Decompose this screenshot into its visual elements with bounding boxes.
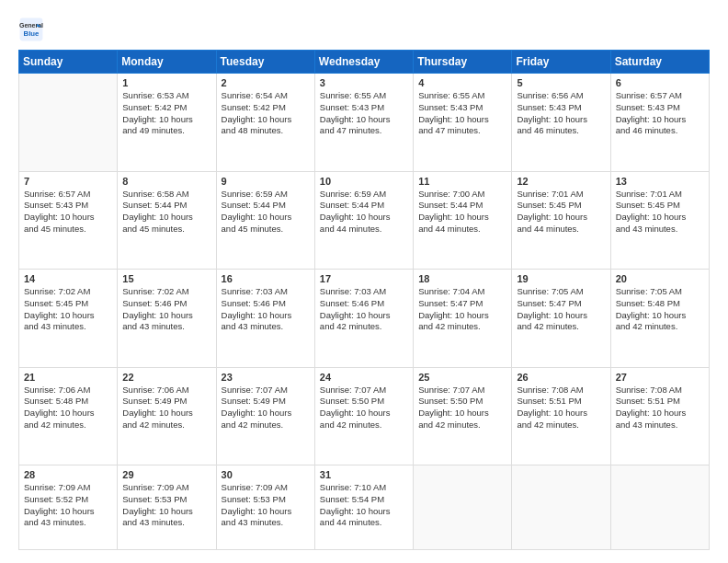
cell-sun-info: Sunrise: 6:59 AM Sunset: 5:44 PM Dayligh… — [222, 189, 310, 236]
day-number: 17 — [320, 273, 408, 284]
calendar-cell: 7Sunrise: 6:57 AM Sunset: 5:43 PM Daylig… — [19, 171, 118, 270]
cell-sun-info: Sunrise: 7:05 AM Sunset: 5:48 PM Dayligh… — [616, 286, 704, 333]
day-number: 21 — [24, 372, 112, 383]
cell-sun-info: Sunrise: 7:03 AM Sunset: 5:46 PM Dayligh… — [222, 286, 310, 333]
calendar-cell: 25Sunrise: 7:07 AM Sunset: 5:50 PM Dayli… — [414, 367, 512, 465]
logo: General Blue — [18, 17, 44, 42]
cell-sun-info: Sunrise: 7:05 AM Sunset: 5:47 PM Dayligh… — [517, 286, 605, 333]
cell-sun-info: Sunrise: 6:55 AM Sunset: 5:43 PM Dayligh… — [320, 90, 408, 137]
cell-sun-info: Sunrise: 7:08 AM Sunset: 5:51 PM Dayligh… — [517, 385, 605, 431]
day-number: 4 — [418, 77, 506, 88]
calendar-cell — [19, 74, 118, 172]
day-number: 23 — [222, 372, 310, 383]
header: General Blue — [18, 17, 710, 42]
cell-sun-info: Sunrise: 7:01 AM Sunset: 5:45 PM Dayligh… — [616, 189, 704, 236]
calendar-cell: 21Sunrise: 7:06 AM Sunset: 5:48 PM Dayli… — [19, 367, 118, 465]
calendar-cell: 19Sunrise: 7:05 AM Sunset: 5:47 PM Dayli… — [512, 270, 610, 368]
cell-sun-info: Sunrise: 7:09 AM Sunset: 5:53 PM Dayligh… — [122, 482, 210, 529]
calendar-table: SundayMondayTuesdayWednesdayThursdayFrid… — [18, 50, 710, 550]
dow-header: Monday — [118, 51, 216, 74]
dow-header: Wednesday — [314, 51, 413, 74]
day-number: 24 — [320, 372, 408, 383]
day-number: 1 — [122, 77, 210, 88]
calendar-cell: 30Sunrise: 7:09 AM Sunset: 5:53 PM Dayli… — [216, 465, 314, 550]
cell-sun-info: Sunrise: 6:53 AM Sunset: 5:42 PM Dayligh… — [122, 90, 210, 137]
calendar-cell: 17Sunrise: 7:03 AM Sunset: 5:46 PM Dayli… — [314, 270, 413, 368]
day-number: 19 — [517, 273, 605, 284]
dow-header: Sunday — [19, 51, 118, 74]
cell-sun-info: Sunrise: 7:09 AM Sunset: 5:52 PM Dayligh… — [24, 482, 112, 529]
day-number: 20 — [616, 273, 704, 284]
cell-sun-info: Sunrise: 7:07 AM Sunset: 5:49 PM Dayligh… — [222, 385, 310, 431]
cell-sun-info: Sunrise: 7:07 AM Sunset: 5:50 PM Dayligh… — [418, 385, 506, 431]
calendar-cell: 16Sunrise: 7:03 AM Sunset: 5:46 PM Dayli… — [216, 270, 314, 368]
page: General Blue SundayMondayTuesdayWednesda… — [0, 0, 728, 563]
cell-sun-info: Sunrise: 6:59 AM Sunset: 5:44 PM Dayligh… — [320, 189, 408, 236]
calendar-cell: 18Sunrise: 7:04 AM Sunset: 5:47 PM Dayli… — [414, 270, 512, 368]
day-number: 16 — [222, 273, 310, 284]
calendar-cell: 13Sunrise: 7:01 AM Sunset: 5:45 PM Dayli… — [610, 171, 709, 270]
day-number: 6 — [616, 77, 704, 88]
calendar-cell: 5Sunrise: 6:56 AM Sunset: 5:43 PM Daylig… — [512, 74, 610, 172]
day-number: 27 — [616, 372, 704, 383]
dow-header: Tuesday — [216, 51, 314, 74]
day-number: 30 — [222, 469, 310, 480]
calendar-cell: 1Sunrise: 6:53 AM Sunset: 5:42 PM Daylig… — [118, 74, 216, 172]
day-number: 25 — [418, 372, 506, 383]
calendar-cell: 4Sunrise: 6:55 AM Sunset: 5:43 PM Daylig… — [414, 74, 512, 172]
calendar-cell: 27Sunrise: 7:08 AM Sunset: 5:51 PM Dayli… — [610, 367, 709, 465]
calendar-cell: 8Sunrise: 6:58 AM Sunset: 5:44 PM Daylig… — [118, 171, 216, 270]
calendar-cell — [512, 465, 610, 550]
day-number: 3 — [320, 77, 408, 88]
calendar-cell: 26Sunrise: 7:08 AM Sunset: 5:51 PM Dayli… — [512, 367, 610, 465]
day-number: 18 — [418, 273, 506, 284]
calendar-cell — [610, 465, 709, 550]
cell-sun-info: Sunrise: 7:02 AM Sunset: 5:46 PM Dayligh… — [122, 286, 210, 333]
day-number: 2 — [222, 77, 310, 88]
cell-sun-info: Sunrise: 7:06 AM Sunset: 5:49 PM Dayligh… — [122, 385, 210, 431]
cell-sun-info: Sunrise: 6:56 AM Sunset: 5:43 PM Dayligh… — [517, 90, 605, 137]
cell-sun-info: Sunrise: 7:06 AM Sunset: 5:48 PM Dayligh… — [24, 385, 112, 431]
calendar-cell: 24Sunrise: 7:07 AM Sunset: 5:50 PM Dayli… — [314, 367, 413, 465]
calendar-cell: 9Sunrise: 6:59 AM Sunset: 5:44 PM Daylig… — [216, 171, 314, 270]
calendar-cell: 3Sunrise: 6:55 AM Sunset: 5:43 PM Daylig… — [314, 74, 413, 172]
calendar-cell: 28Sunrise: 7:09 AM Sunset: 5:52 PM Dayli… — [19, 465, 118, 550]
calendar-cell — [414, 465, 512, 550]
dow-header: Friday — [512, 51, 610, 74]
cell-sun-info: Sunrise: 6:58 AM Sunset: 5:44 PM Dayligh… — [122, 189, 210, 236]
day-number: 11 — [418, 176, 506, 187]
dow-header: Saturday — [610, 51, 709, 74]
calendar-cell: 14Sunrise: 7:02 AM Sunset: 5:45 PM Dayli… — [19, 270, 118, 368]
cell-sun-info: Sunrise: 6:57 AM Sunset: 5:43 PM Dayligh… — [24, 189, 112, 236]
calendar-cell: 29Sunrise: 7:09 AM Sunset: 5:53 PM Dayli… — [118, 465, 216, 550]
cell-sun-info: Sunrise: 7:10 AM Sunset: 5:54 PM Dayligh… — [320, 482, 408, 529]
calendar-cell: 23Sunrise: 7:07 AM Sunset: 5:49 PM Dayli… — [216, 367, 314, 465]
calendar-cell: 20Sunrise: 7:05 AM Sunset: 5:48 PM Dayli… — [610, 270, 709, 368]
calendar-cell: 12Sunrise: 7:01 AM Sunset: 5:45 PM Dayli… — [512, 171, 610, 270]
cell-sun-info: Sunrise: 7:01 AM Sunset: 5:45 PM Dayligh… — [517, 189, 605, 236]
cell-sun-info: Sunrise: 6:57 AM Sunset: 5:43 PM Dayligh… — [616, 90, 704, 137]
day-number: 5 — [517, 77, 605, 88]
day-number: 15 — [122, 273, 210, 284]
day-number: 10 — [320, 176, 408, 187]
calendar-cell: 22Sunrise: 7:06 AM Sunset: 5:49 PM Dayli… — [118, 367, 216, 465]
day-number: 26 — [517, 372, 605, 383]
cell-sun-info: Sunrise: 7:00 AM Sunset: 5:44 PM Dayligh… — [418, 189, 506, 236]
day-number: 31 — [320, 469, 408, 480]
day-number: 12 — [517, 176, 605, 187]
calendar-cell: 6Sunrise: 6:57 AM Sunset: 5:43 PM Daylig… — [610, 74, 709, 172]
day-number: 8 — [122, 176, 210, 187]
day-number: 9 — [222, 176, 310, 187]
cell-sun-info: Sunrise: 7:08 AM Sunset: 5:51 PM Dayligh… — [616, 385, 704, 431]
svg-text:Blue: Blue — [24, 29, 40, 38]
day-number: 28 — [24, 469, 112, 480]
day-number: 22 — [122, 372, 210, 383]
day-number: 13 — [616, 176, 704, 187]
dow-header: Thursday — [414, 51, 512, 74]
day-number: 29 — [122, 469, 210, 480]
day-number: 7 — [24, 176, 112, 187]
calendar-cell: 10Sunrise: 6:59 AM Sunset: 5:44 PM Dayli… — [314, 171, 413, 270]
calendar-cell: 2Sunrise: 6:54 AM Sunset: 5:42 PM Daylig… — [216, 74, 314, 172]
calendar-cell: 15Sunrise: 7:02 AM Sunset: 5:46 PM Dayli… — [118, 270, 216, 368]
cell-sun-info: Sunrise: 7:02 AM Sunset: 5:45 PM Dayligh… — [24, 286, 112, 333]
